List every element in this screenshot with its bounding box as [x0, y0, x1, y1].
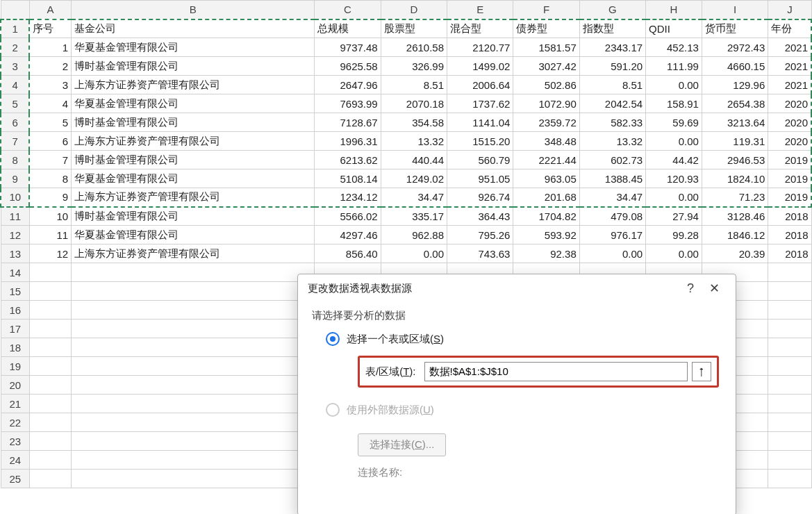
cell[interactable] [72, 263, 315, 282]
cell[interactable]: 364.43 [447, 207, 513, 226]
cell[interactable]: 2019 [768, 188, 811, 207]
cell[interactable]: 1581.57 [513, 38, 579, 57]
cell[interactable]: 1141.04 [447, 113, 513, 132]
cell[interactable]: 指数型 [579, 19, 645, 38]
cell[interactable] [72, 320, 315, 338]
cell[interactable]: 99.28 [646, 226, 702, 244]
cell[interactable] [72, 470, 315, 488]
row-header[interactable]: 4 [1, 76, 29, 94]
cell[interactable]: 12 [29, 244, 71, 263]
col-H[interactable]: H [646, 1, 702, 19]
cell[interactable]: 2020 [768, 113, 811, 132]
table-row[interactable]: 1211华夏基金管理有限公司4297.46962.88795.26593.929… [1, 226, 811, 244]
cell[interactable] [768, 451, 811, 470]
cell[interactable]: 20.39 [702, 244, 768, 263]
cell[interactable] [768, 338, 811, 357]
cell[interactable] [29, 282, 71, 301]
row-header[interactable]: 8 [1, 151, 29, 169]
table-row[interactable]: 43上海东方证券资产管理有限公司2647.968.512006.64502.86… [1, 76, 811, 94]
cell[interactable]: 34.47 [579, 188, 645, 207]
col-C[interactable]: C [315, 1, 381, 19]
cell[interactable] [768, 395, 811, 413]
cell[interactable]: 1515.20 [447, 132, 513, 151]
cell[interactable]: 479.08 [579, 207, 645, 226]
cell[interactable] [768, 470, 811, 488]
cell[interactable]: 3027.42 [513, 57, 579, 76]
cell[interactable] [768, 282, 811, 301]
cell[interactable] [72, 282, 315, 301]
cell[interactable]: 502.86 [513, 76, 579, 94]
cell[interactable]: 7693.99 [315, 94, 381, 113]
cell[interactable]: 2070.18 [381, 94, 447, 113]
cell[interactable]: 2120.77 [447, 38, 513, 57]
select-all-corner[interactable] [1, 1, 29, 19]
cell[interactable]: 债券型 [513, 19, 579, 38]
col-D[interactable]: D [381, 1, 447, 19]
cell[interactable] [72, 338, 315, 357]
col-G[interactable]: G [579, 1, 645, 19]
cell[interactable]: 博时基金管理有限公司 [72, 57, 315, 76]
cell[interactable] [72, 395, 315, 413]
cell[interactable]: 4660.15 [702, 57, 768, 76]
row-header[interactable]: 22 [1, 413, 29, 432]
cell[interactable] [29, 395, 71, 413]
cell[interactable]: 上海东方证券资产管理有限公司 [72, 244, 315, 263]
cell[interactable] [29, 376, 71, 395]
cell[interactable]: 951.05 [447, 169, 513, 188]
cell[interactable]: 华夏基金管理有限公司 [72, 94, 315, 113]
table-row[interactable]: 65博时基金管理有限公司7128.67354.581141.042359.725… [1, 113, 811, 132]
cell[interactable]: 2221.44 [513, 151, 579, 169]
col-B[interactable]: B [72, 1, 315, 19]
cell[interactable]: 3 [29, 76, 71, 94]
table-row[interactable]: 32博时基金管理有限公司9625.58326.991499.023027.425… [1, 57, 811, 76]
cell[interactable]: 27.94 [646, 207, 702, 226]
cell[interactable] [72, 301, 315, 320]
cell[interactable]: 2020 [768, 94, 811, 113]
cell[interactable]: 34.47 [381, 188, 447, 207]
cell[interactable]: 2019 [768, 169, 811, 188]
row-header[interactable]: 7 [1, 132, 29, 151]
cell[interactable]: 博时基金管理有限公司 [72, 151, 315, 169]
cell[interactable]: 0.00 [579, 244, 645, 263]
cell[interactable]: 0.00 [381, 244, 447, 263]
cell[interactable]: 5108.14 [315, 169, 381, 188]
cell[interactable]: 货币型 [702, 19, 768, 38]
row-header[interactable]: 21 [1, 395, 29, 413]
cell[interactable]: 2610.58 [381, 38, 447, 57]
cell[interactable]: 2018 [768, 207, 811, 226]
row-header[interactable]: 13 [1, 244, 29, 263]
cell[interactable] [72, 357, 315, 376]
table-row[interactable]: 98华夏基金管理有限公司5108.141249.02951.05963.0513… [1, 169, 811, 188]
row-header[interactable]: 5 [1, 94, 29, 113]
cell[interactable] [768, 376, 811, 395]
cell[interactable]: 基金公司 [72, 19, 315, 38]
row-header[interactable]: 15 [1, 282, 29, 301]
cell[interactable]: 6 [29, 132, 71, 151]
cell[interactable]: 8.51 [579, 76, 645, 94]
cell[interactable]: 13.32 [579, 132, 645, 151]
cell[interactable]: 上海东方证券资产管理有限公司 [72, 188, 315, 207]
cell[interactable]: 1499.02 [447, 57, 513, 76]
cell[interactable]: 326.99 [381, 57, 447, 76]
cell[interactable] [72, 376, 315, 395]
cell[interactable]: 2972.43 [702, 38, 768, 57]
col-F[interactable]: F [513, 1, 579, 19]
cell[interactable]: 743.63 [447, 244, 513, 263]
cell[interactable]: 1846.12 [702, 226, 768, 244]
cell[interactable]: 4 [29, 94, 71, 113]
cell[interactable]: 6213.62 [315, 151, 381, 169]
cell[interactable]: 2021 [768, 57, 811, 76]
row-header[interactable]: 10 [1, 188, 29, 207]
cell[interactable]: 129.96 [702, 76, 768, 94]
cell[interactable]: 9 [29, 188, 71, 207]
cell[interactable]: 1249.02 [381, 169, 447, 188]
range-picker-button[interactable]: ⭡ [692, 362, 711, 381]
row-header[interactable]: 23 [1, 432, 29, 451]
row-header[interactable]: 25 [1, 470, 29, 488]
dialog-close-button[interactable]: ✕ [702, 281, 726, 296]
col-E[interactable]: E [447, 1, 513, 19]
cell[interactable]: 上海东方证券资产管理有限公司 [72, 132, 315, 151]
col-J[interactable]: J [768, 1, 811, 19]
cell[interactable]: 2018 [768, 226, 811, 244]
cell[interactable] [29, 470, 71, 488]
